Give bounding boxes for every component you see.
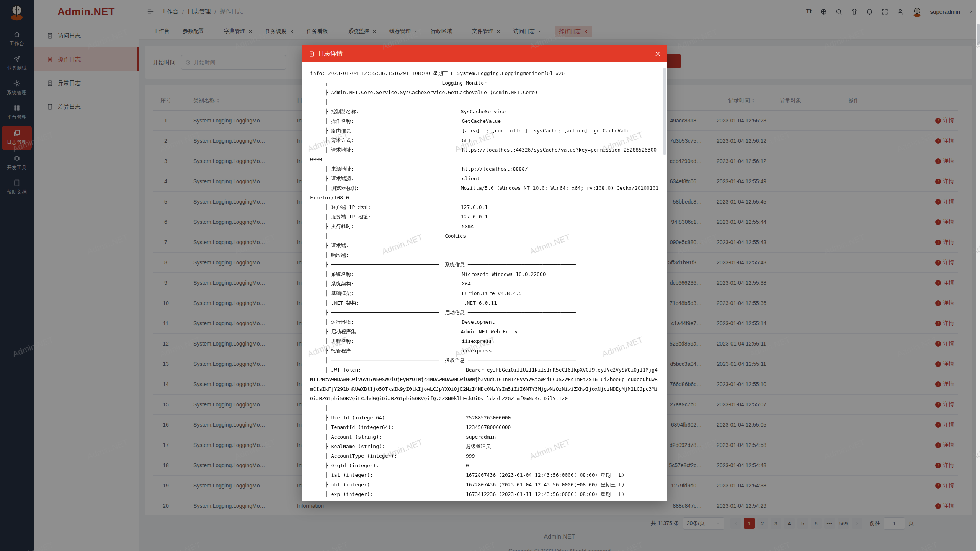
document-icon (309, 51, 315, 57)
dialog-header: 日志详情 (302, 45, 667, 62)
dialog-body: info: 2023-01-04 12:55:36.1516291 +08:00… (302, 62, 667, 501)
close-icon[interactable] (655, 51, 661, 57)
page-scrollbar-thumb[interactable] (977, 24, 980, 45)
log-detail-dialog: 日志详情 info: 2023-01-04 12:55:36.1516291 +… (302, 45, 667, 501)
page-scrollbar[interactable] (976, 0, 980, 551)
log-detail-text: info: 2023-01-04 12:55:36.1516291 +08:00… (310, 68, 659, 499)
dialog-scrollbar[interactable] (663, 68, 666, 155)
dialog-title: 日志详情 (318, 50, 343, 58)
